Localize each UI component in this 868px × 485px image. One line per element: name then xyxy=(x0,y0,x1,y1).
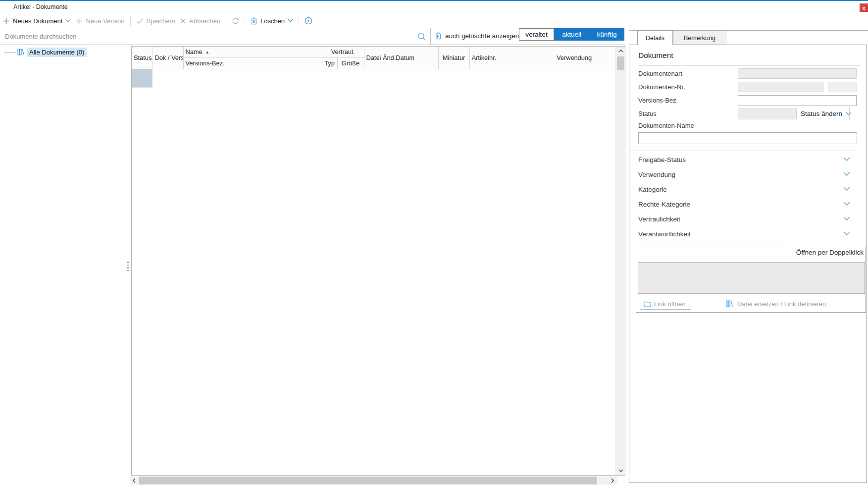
tab-details[interactable]: Details xyxy=(637,30,673,45)
refresh-icon xyxy=(232,17,239,25)
filter-veraltet-button[interactable]: veraltet xyxy=(519,28,554,41)
status-field[interactable] xyxy=(738,108,797,119)
dokumenten-nr-extra-field[interactable] xyxy=(828,82,857,92)
search-input[interactable] xyxy=(0,33,417,40)
link-oeffnen-label: Link öffnen xyxy=(654,300,685,308)
versions-bez-label: Versions-Bez. xyxy=(638,97,678,104)
refresh-button[interactable] xyxy=(232,17,239,25)
section-verantwortlichkeit[interactable]: Verantwortlichkeit xyxy=(629,229,857,240)
column-header-name[interactable]: Name▲ xyxy=(183,47,322,57)
new-document-button[interactable]: Neues Dokument xyxy=(2,17,71,25)
vertical-scroll-thumb[interactable] xyxy=(617,56,624,70)
column-header-typ[interactable]: Typ xyxy=(322,57,337,69)
sort-asc-icon: ▲ xyxy=(205,50,209,54)
row-status-cell xyxy=(132,69,153,88)
dokumentenart-label: Dokumentenart xyxy=(638,70,682,77)
column-header-datei-aend-datum[interactable]: Datei Änd.Datum xyxy=(364,47,438,69)
table-horizontal-scrollbar[interactable] xyxy=(130,477,617,485)
delete-label: Löschen xyxy=(260,17,285,25)
column-header-status[interactable]: Status xyxy=(132,47,153,69)
section-freigabe-status[interactable]: Freigabe-Status xyxy=(629,155,857,165)
delete-button[interactable]: Löschen xyxy=(251,17,293,25)
status-label: Status xyxy=(638,110,657,117)
info-button[interactable] xyxy=(305,17,312,25)
status-aendern-dropdown[interactable]: Status ändern xyxy=(801,110,852,117)
table-vertical-scrollbar[interactable] xyxy=(615,47,625,475)
section-kategorie[interactable]: Kategorie xyxy=(629,184,857,195)
new-document-label: Neues Dokument xyxy=(13,17,62,25)
info-icon xyxy=(305,17,312,25)
section-verwendung[interactable]: Verwendung xyxy=(629,169,857,180)
column-header-groesse[interactable]: Größe xyxy=(337,57,364,69)
group-border xyxy=(636,247,788,247)
column-header-vertraul[interactable]: Vertraul. xyxy=(322,47,364,57)
check-icon xyxy=(136,18,144,24)
section-label: Vertraulichkeit xyxy=(638,216,680,223)
dokumenten-nr-label: Dokumenten-Nr. xyxy=(638,83,685,91)
cancel-button[interactable]: Abbrechen xyxy=(180,17,220,25)
column-header-verwendung[interactable]: Verwendung xyxy=(533,47,615,69)
column-header-artikelnr[interactable]: Artikelnr. xyxy=(469,47,533,69)
search-icon[interactable] xyxy=(417,32,426,41)
section-vertraulichkeit[interactable]: Vertraulichkeit xyxy=(629,214,857,225)
dokumentenart-field[interactable] xyxy=(738,68,857,79)
tree-connector xyxy=(4,52,16,53)
window-accent-line xyxy=(0,0,868,1)
chevron-down-icon xyxy=(843,172,850,176)
chevron-down-icon xyxy=(65,19,71,23)
chevron-down-icon xyxy=(843,202,850,206)
show-deleted-toggle[interactable]: auch gelöschte anzeigen xyxy=(435,28,519,44)
scroll-down-arrow[interactable] xyxy=(616,466,625,475)
group-legend: Öffnen per Doppelklick xyxy=(796,249,864,256)
column-header-miniatur[interactable]: Miniatur xyxy=(438,47,469,69)
toolbar: Neues Dokument Neue Version Speichern Ab… xyxy=(2,15,312,27)
status-filter-group: veraltet aktuell künftig xyxy=(519,28,624,41)
tree-item-alle-dokumente[interactable]: Alle Dokumente (0) xyxy=(0,47,87,57)
details-section-title: Dokument xyxy=(638,51,673,60)
versions-bez-field[interactable] xyxy=(738,95,857,106)
library-icon xyxy=(17,48,25,56)
library-icon xyxy=(725,300,734,308)
horizontal-scroll-thumb[interactable] xyxy=(139,477,597,485)
panel-splitter-handle[interactable] xyxy=(127,262,129,271)
field-separator xyxy=(849,107,850,120)
section-label: Kategorie xyxy=(638,186,667,193)
dokumenten-nr-field[interactable] xyxy=(738,82,823,92)
link-oeffnen-button[interactable]: Link öffnen xyxy=(640,298,691,310)
scroll-right-arrow[interactable] xyxy=(608,477,616,485)
chevron-down-icon xyxy=(843,216,850,221)
tab-bemerkung[interactable]: Bemerkung xyxy=(673,31,726,45)
filter-kuenftig-button[interactable]: künftig xyxy=(589,28,624,41)
filter-aktuell-button[interactable]: aktuell xyxy=(554,28,589,41)
tree-item-label: Alle Dokumente (0) xyxy=(27,48,87,57)
scroll-left-arrow[interactable] xyxy=(130,477,138,485)
section-label: Rechte-Kategorie xyxy=(638,201,690,208)
search-box xyxy=(0,28,431,45)
open-per-doubleclick-group: Öffnen per Doppelklick Link öffnen Datei… xyxy=(636,247,866,313)
plus-icon xyxy=(75,17,83,25)
section-label: Verwendung xyxy=(638,171,675,178)
toolbar-separator xyxy=(299,16,299,26)
close-button[interactable]: x xyxy=(860,3,868,12)
chevron-down-icon xyxy=(843,157,850,162)
table-row[interactable] xyxy=(132,69,615,88)
new-version-label: Neue Version xyxy=(86,17,124,25)
chevron-right-icon xyxy=(611,478,614,483)
column-header-versions-bez[interactable]: Versions-Bez. xyxy=(183,57,322,69)
chevron-down-icon xyxy=(843,187,850,191)
scroll-up-arrow[interactable] xyxy=(616,47,625,55)
chevron-down-icon xyxy=(288,19,293,23)
datei-ersetzen-button[interactable]: Datei ersetzen / Link definieren xyxy=(725,298,826,310)
plus-icon xyxy=(2,17,10,25)
dokumenten-name-field[interactable] xyxy=(638,132,857,144)
window-title: Artikel - Dokumente xyxy=(13,3,68,10)
column-header-dok-vers[interactable]: Dok / Vers xyxy=(153,47,183,69)
toolbar-separator xyxy=(130,16,131,26)
toolbar-separator xyxy=(245,16,245,26)
section-rechte-kategorie[interactable]: Rechte-Kategorie xyxy=(629,199,857,210)
document-preview-area[interactable] xyxy=(638,262,865,294)
documents-table: Status Dok / Vers Name▲ Vertraul. Datei … xyxy=(131,46,625,476)
save-button[interactable]: Speichern xyxy=(136,17,176,25)
save-label: Speichern xyxy=(147,17,176,25)
new-version-button[interactable]: Neue Version xyxy=(75,17,124,25)
